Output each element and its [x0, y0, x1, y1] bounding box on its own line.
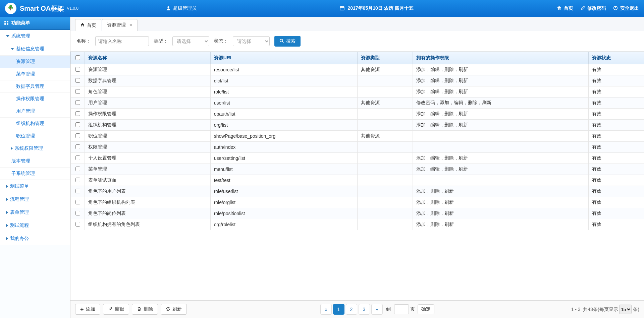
table-row[interactable]: 职位管理showPage/base_position_org其他资源有效	[71, 131, 644, 142]
refresh-button[interactable]: 刷新	[161, 304, 187, 315]
pager-next[interactable]: »	[371, 304, 383, 315]
row-checkbox[interactable]	[75, 67, 80, 72]
tab-bar: 首页 资源管理 ✕	[70, 17, 644, 31]
page-size-select[interactable]: 15	[619, 305, 632, 314]
row-checkbox[interactable]	[75, 200, 80, 204]
svg-rect-1	[10, 7, 11, 10]
trash-icon	[137, 307, 142, 312]
menu-group[interactable]: 测试菜单	[0, 180, 70, 193]
status-select[interactable]: 请选择	[233, 36, 270, 46]
row-checkbox[interactable]	[75, 144, 80, 149]
current-user[interactable]: 超级管理员	[166, 5, 197, 12]
sidebar-item[interactable]: 子系统管理	[0, 167, 70, 180]
sidebar-item[interactable]: 资源管理	[0, 55, 70, 68]
menu-group[interactable]: 测试流程	[0, 219, 70, 232]
tab-resource-mgmt[interactable]: 资源管理 ✕	[102, 19, 138, 31]
cell-type: 其他资源	[357, 131, 413, 142]
row-checkbox[interactable]	[75, 211, 80, 215]
page-confirm-button[interactable]: 确定	[418, 304, 434, 314]
menu-base-info[interactable]: 基础信息管理	[0, 43, 70, 55]
cell-uri: user/setting/list	[210, 153, 357, 164]
sidebar-item[interactable]: 版本管理	[0, 155, 70, 167]
row-checkbox[interactable]	[75, 100, 80, 105]
row-checkbox[interactable]	[75, 222, 80, 227]
cell-uri: test/test	[210, 175, 357, 186]
table-row[interactable]: 权限管理auth/index有效	[71, 142, 644, 153]
topbar: Smart OA框架 V1.0.0 超级管理员 2017年05月10日 农历 四…	[0, 0, 644, 17]
menu-sys-auth[interactable]: 系统权限管理	[0, 142, 70, 155]
delete-button[interactable]: 删除	[132, 304, 158, 315]
sidebar-item[interactable]: 操作权限管理	[0, 92, 70, 105]
svg-point-15	[280, 39, 283, 42]
table-row[interactable]: 角色下的组织机构列表role/orglist添加，删除，刷新有效	[71, 197, 644, 208]
table-row[interactable]: 角色下的用户列表role/userlist添加，删除，刷新有效	[71, 186, 644, 197]
row-checkbox[interactable]	[75, 111, 80, 116]
caret-down-icon	[6, 35, 9, 37]
pager-page[interactable]: 2	[346, 304, 357, 315]
cell-status: 有效	[589, 86, 644, 98]
page-jump-input[interactable]	[394, 304, 409, 314]
grid-icon	[4, 20, 9, 26]
edit-button[interactable]: 编辑	[103, 304, 129, 315]
sidebar-item[interactable]: 数据字典管理	[0, 80, 70, 92]
pager-page[interactable]: 1	[333, 304, 344, 315]
add-button[interactable]: +添加	[75, 304, 100, 315]
menu-system-mgmt[interactable]: 系统管理	[0, 30, 70, 43]
row-checkbox[interactable]	[75, 122, 80, 127]
table-row[interactable]: 操作权限管理opauth/list添加，编辑，删除，刷新有效	[71, 109, 644, 120]
table-row[interactable]: 资源管理resource/list其他资源添加，编辑，删除，刷新有效	[71, 64, 644, 75]
logout-link[interactable]: 安全退出	[613, 5, 639, 12]
close-icon[interactable]: ✕	[129, 23, 132, 27]
menu-group[interactable]: 我的办公	[0, 232, 70, 245]
svg-rect-5	[340, 6, 344, 10]
sidebar-item[interactable]: 菜单管理	[0, 68, 70, 80]
sidebar-item[interactable]: 职位管理	[0, 130, 70, 142]
pager-page[interactable]: 3	[359, 304, 370, 315]
status-label: 状态：	[214, 38, 228, 44]
column-header: 资源状态	[589, 52, 644, 64]
brand-title: Smart OA框架	[20, 4, 64, 13]
menu-group[interactable]: 表单管理	[0, 206, 70, 219]
cell-type	[357, 120, 413, 131]
row-checkbox[interactable]	[75, 78, 80, 83]
cell-status: 有效	[589, 186, 644, 197]
search-button[interactable]: 搜索	[274, 36, 301, 47]
pencil-icon	[108, 307, 113, 312]
table-row[interactable]: 角色管理role/list添加，编辑，删除，刷新有效	[71, 86, 644, 98]
table-row[interactable]: 用户管理user/list其他资源修改密码，添加，编辑，删除，刷新有效	[71, 98, 644, 109]
table-row[interactable]: 菜单管理menu/list添加，编辑，删除，刷新有效	[71, 164, 644, 175]
table-row[interactable]: 组织机构拥有的角色列表org/rolelist添加，删除，刷新有效	[71, 219, 644, 230]
resource-table: 资源名称资源URI资源类型拥有的操作权限资源状态 资源管理resource/li…	[70, 52, 644, 230]
table-row[interactable]: 角色下的岗位列表role/positionlist添加，删除，刷新有效	[71, 208, 644, 219]
cell-perm	[413, 131, 588, 142]
table-row[interactable]: 个人设置管理user/setting/list添加，编辑，删除，刷新有效	[71, 153, 644, 164]
type-label: 类型：	[154, 38, 168, 44]
name-input[interactable]	[95, 36, 149, 46]
table-row[interactable]: 数据字典管理dict/list添加，编辑，删除，刷新有效	[71, 75, 644, 86]
type-select[interactable]: 请选择	[172, 36, 209, 46]
menu-group[interactable]: 流程管理	[0, 193, 70, 206]
date-display: 2017年05月10日 农历 四月十五	[339, 5, 413, 12]
cell-status: 有效	[589, 197, 644, 208]
cell-uri: role/positionlist	[210, 208, 357, 219]
sidebar-item[interactable]: 组织机构管理	[0, 117, 70, 130]
cell-uri: showPage/base_position_org	[210, 131, 357, 142]
table-row[interactable]: 组织机构管理org/list添加，编辑，删除，刷新有效	[71, 120, 644, 131]
change-password-link[interactable]: 修改密码	[580, 5, 606, 12]
row-checkbox[interactable]	[75, 155, 80, 160]
calendar-icon	[339, 5, 345, 12]
home-link[interactable]: 首页	[556, 5, 573, 12]
pager-prev[interactable]: «	[320, 304, 332, 315]
row-checkbox[interactable]	[75, 178, 80, 182]
tab-home[interactable]: 首页	[75, 19, 101, 31]
row-checkbox[interactable]	[75, 89, 80, 94]
table-row[interactable]: 表单测试页面test/test有效	[71, 175, 644, 186]
select-all-checkbox[interactable]	[75, 55, 80, 60]
row-checkbox[interactable]	[75, 133, 80, 138]
cell-perm: 添加，删除，刷新	[413, 208, 588, 219]
cell-perm: 添加，编辑，删除，刷新	[413, 86, 588, 98]
cell-name: 组织机构管理	[85, 120, 211, 131]
row-checkbox[interactable]	[75, 189, 80, 193]
row-checkbox[interactable]	[75, 167, 80, 171]
sidebar-item[interactable]: 用户管理	[0, 105, 70, 117]
